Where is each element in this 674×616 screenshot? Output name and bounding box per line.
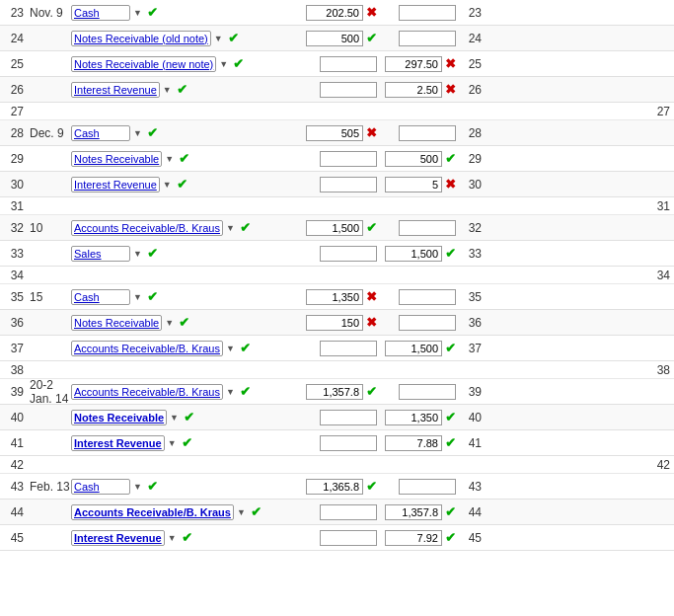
account-label[interactable]: Notes Receivable (old note)	[71, 31, 211, 46]
debit-input[interactable]	[306, 289, 363, 305]
credit-input[interactable]	[399, 384, 456, 400]
credit-input[interactable]	[385, 56, 442, 72]
debit-input[interactable]	[306, 220, 363, 236]
debit-input[interactable]	[320, 435, 377, 451]
account-check-icon: ✔	[147, 246, 158, 261]
credit-input[interactable]	[399, 289, 456, 305]
credit-input[interactable]	[399, 479, 456, 495]
debit-input[interactable]	[306, 125, 363, 141]
debit-cell	[298, 504, 377, 520]
account-cell: Cash ▼✔	[71, 125, 298, 141]
dropdown-arrow-icon[interactable]: ▼	[226, 387, 235, 397]
row-number-right: 24	[456, 32, 486, 45]
account-label[interactable]: Notes Receivable	[71, 151, 162, 167]
dropdown-arrow-icon[interactable]: ▼	[133, 249, 142, 259]
debit-input[interactable]	[320, 151, 377, 167]
debit-input[interactable]	[320, 341, 377, 356]
debit-cell: ✖	[298, 289, 377, 305]
spacer-row: 34 34	[0, 267, 674, 284]
account-check-icon: ✔	[182, 435, 192, 450]
account-label[interactable]: Interest Revenue	[71, 530, 165, 546]
account-label[interactable]: Notes Receivable (new note)	[71, 56, 216, 72]
dropdown-arrow-icon[interactable]: ▼	[214, 34, 223, 43]
account-label[interactable]: Interest Revenue	[71, 82, 160, 98]
credit-input[interactable]	[385, 82, 442, 98]
credit-cell: ✔	[377, 151, 456, 167]
dropdown-arrow-icon[interactable]: ▼	[168, 438, 177, 448]
dropdown-arrow-icon[interactable]: ▼	[163, 180, 172, 190]
debit-input[interactable]	[306, 5, 363, 21]
dropdown-arrow-icon[interactable]: ▼	[219, 59, 228, 69]
debit-input[interactable]	[306, 384, 363, 400]
credit-input[interactable]	[385, 410, 442, 425]
debit-input[interactable]	[306, 479, 363, 495]
credit-input[interactable]	[385, 530, 442, 546]
account-label[interactable]: Notes Receivable	[71, 410, 167, 425]
account-label[interactable]: Interest Revenue	[71, 435, 165, 451]
journal-row: 40 Notes Receivable ▼✔ ✔ 40	[0, 405, 674, 430]
debit-input[interactable]	[320, 410, 377, 425]
dropdown-arrow-icon[interactable]: ▼	[168, 533, 177, 543]
debit-cell	[298, 246, 377, 262]
dropdown-arrow-icon[interactable]: ▼	[163, 85, 172, 95]
row-number-right: 37	[456, 342, 486, 355]
account-label[interactable]: Notes Receivable	[71, 315, 162, 331]
account-label[interactable]: Cash	[71, 5, 130, 21]
row-number-right: 34	[644, 269, 674, 282]
dropdown-arrow-icon[interactable]: ▼	[133, 482, 142, 492]
debit-input[interactable]	[320, 177, 377, 192]
entry-date: 10	[28, 221, 71, 235]
debit-cell: ✖	[298, 125, 377, 141]
debit-input[interactable]	[320, 82, 377, 98]
entry-date: 15	[28, 290, 71, 304]
debit-input[interactable]	[320, 246, 377, 262]
credit-input[interactable]	[385, 504, 442, 520]
dropdown-arrow-icon[interactable]: ▼	[133, 8, 142, 18]
credit-cell	[377, 384, 456, 400]
journal-row: 43 Feb. 13 Cash ▼✔ ✔ 43	[0, 474, 674, 500]
debit-input[interactable]	[320, 56, 377, 72]
credit-x-icon: ✖	[445, 177, 456, 192]
credit-cell: ✔	[377, 341, 456, 356]
debit-input[interactable]	[306, 315, 363, 331]
account-label[interactable]: Interest Revenue	[71, 177, 160, 192]
account-label[interactable]: Cash	[71, 479, 130, 495]
credit-input[interactable]	[399, 31, 456, 46]
account-check-icon: ✔	[240, 341, 251, 355]
account-cell: Notes Receivable (new note) ▼✔	[71, 56, 298, 72]
account-label[interactable]: Accounts Receivable/B. Kraus	[71, 341, 223, 356]
account-label[interactable]: Accounts Receivable/B. Kraus	[71, 504, 234, 520]
dropdown-arrow-icon[interactable]: ▼	[133, 292, 142, 302]
dropdown-arrow-icon[interactable]: ▼	[226, 344, 235, 353]
dropdown-arrow-icon[interactable]: ▼	[226, 223, 235, 233]
account-label[interactable]: Cash	[71, 289, 130, 305]
debit-input[interactable]	[320, 530, 377, 546]
credit-input[interactable]	[399, 220, 456, 236]
debit-x-icon: ✖	[366, 125, 377, 140]
account-check-icon: ✔	[184, 410, 194, 424]
credit-input[interactable]	[385, 177, 442, 192]
debit-input[interactable]	[306, 31, 363, 46]
credit-input[interactable]	[385, 341, 442, 356]
row-number-left: 36	[0, 316, 28, 330]
account-label[interactable]: Sales	[71, 246, 130, 262]
debit-input[interactable]	[320, 504, 377, 520]
dropdown-arrow-icon[interactable]: ▼	[133, 128, 142, 138]
credit-input[interactable]	[399, 315, 456, 331]
credit-input[interactable]	[385, 151, 442, 167]
credit-input[interactable]	[385, 246, 442, 262]
dropdown-arrow-icon[interactable]: ▼	[165, 154, 174, 164]
dropdown-arrow-icon[interactable]: ▼	[165, 318, 174, 328]
debit-cell	[298, 56, 377, 72]
credit-input[interactable]	[399, 125, 456, 141]
account-label[interactable]: Cash	[71, 125, 130, 141]
account-check-icon: ✔	[233, 56, 244, 71]
account-cell: Sales ▼✔	[71, 246, 298, 262]
journal-row: 23 Nov. 9 Cash ▼✔ ✖ 23	[0, 0, 674, 26]
dropdown-arrow-icon[interactable]: ▼	[170, 413, 179, 423]
dropdown-arrow-icon[interactable]: ▼	[237, 507, 246, 517]
account-label[interactable]: Accounts Receivable/B. Kraus	[71, 384, 223, 400]
credit-input[interactable]	[385, 435, 442, 451]
credit-input[interactable]	[399, 5, 456, 21]
account-label[interactable]: Accounts Receivable/B. Kraus	[71, 220, 223, 236]
